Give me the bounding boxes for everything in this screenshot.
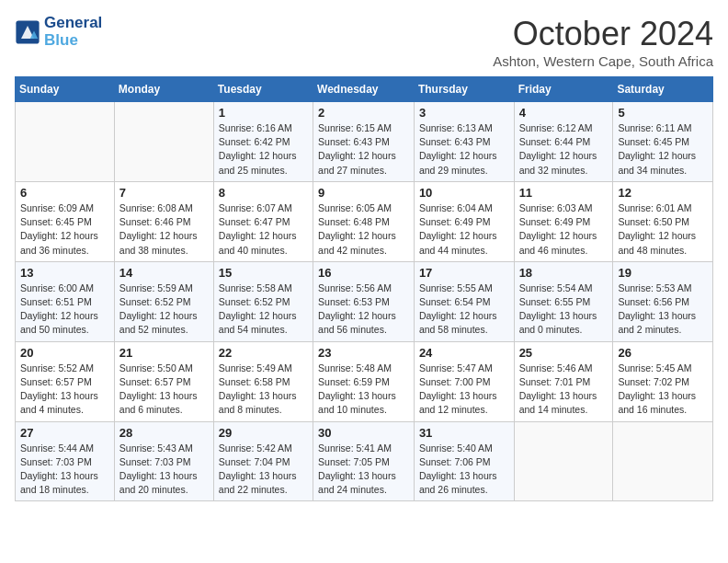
day-number: 9 [318, 186, 409, 200]
day-number: 1 [219, 106, 308, 120]
day-number: 29 [219, 426, 308, 440]
weekday-header-saturday: Saturday [613, 77, 713, 102]
day-number: 11 [519, 186, 609, 200]
cell-content: Sunrise: 6:01 AMSunset: 6:50 PMDaylight:… [618, 201, 708, 258]
calendar-cell [114, 102, 213, 182]
calendar-cell: 23Sunrise: 5:48 AMSunset: 6:59 PMDayligh… [313, 341, 415, 421]
logo-general: General [44, 15, 102, 32]
calendar-cell: 14Sunrise: 5:59 AMSunset: 6:52 PMDayligh… [114, 261, 213, 341]
cell-content: Sunrise: 5:46 AMSunset: 7:01 PMDaylight:… [519, 362, 609, 418]
cell-content: Sunrise: 5:52 AMSunset: 6:57 PMDaylight:… [20, 362, 109, 418]
cell-content: Sunrise: 5:58 AMSunset: 6:52 PMDaylight:… [219, 282, 308, 338]
calendar-week-row: 1Sunrise: 6:16 AMSunset: 6:42 PMDaylight… [16, 102, 713, 182]
day-number: 3 [419, 106, 509, 120]
calendar-week-row: 6Sunrise: 6:09 AMSunset: 6:45 PMDaylight… [16, 181, 713, 261]
calendar-cell: 30Sunrise: 5:41 AMSunset: 7:05 PMDayligh… [313, 421, 415, 501]
day-number: 20 [20, 346, 109, 360]
day-number: 4 [519, 106, 609, 120]
day-number: 18 [519, 266, 609, 280]
calendar-cell: 13Sunrise: 6:00 AMSunset: 6:51 PMDayligh… [16, 261, 115, 341]
calendar-cell: 4Sunrise: 6:12 AMSunset: 6:44 PMDaylight… [514, 102, 613, 182]
calendar-cell: 1Sunrise: 6:16 AMSunset: 6:42 PMDaylight… [213, 102, 313, 182]
calendar-cell: 17Sunrise: 5:55 AMSunset: 6:54 PMDayligh… [414, 261, 514, 341]
day-number: 17 [419, 266, 509, 280]
calendar-cell: 26Sunrise: 5:45 AMSunset: 7:02 PMDayligh… [613, 341, 713, 421]
cell-content: Sunrise: 5:45 AMSunset: 7:02 PMDaylight:… [618, 362, 708, 418]
cell-content: Sunrise: 5:55 AMSunset: 6:54 PMDaylight:… [419, 282, 509, 338]
day-number: 30 [318, 426, 409, 440]
calendar-cell: 22Sunrise: 5:49 AMSunset: 6:58 PMDayligh… [213, 341, 313, 421]
logo: General Blue [15, 15, 102, 49]
calendar-cell: 25Sunrise: 5:46 AMSunset: 7:01 PMDayligh… [514, 341, 613, 421]
day-number: 23 [318, 346, 409, 360]
month-title: October 2024 [493, 15, 713, 53]
weekday-header-wednesday: Wednesday [313, 77, 415, 102]
calendar-cell: 11Sunrise: 6:03 AMSunset: 6:49 PMDayligh… [514, 181, 613, 261]
logo-icon [15, 19, 40, 45]
day-number: 25 [519, 346, 609, 360]
calendar-cell [613, 421, 713, 501]
cell-content: Sunrise: 5:49 AMSunset: 6:58 PMDaylight:… [219, 362, 308, 418]
day-number: 7 [119, 186, 209, 200]
location-subtitle: Ashton, Western Cape, South Africa [493, 53, 713, 69]
cell-content: Sunrise: 6:09 AMSunset: 6:45 PMDaylight:… [20, 201, 109, 258]
cell-content: Sunrise: 5:56 AMSunset: 6:53 PMDaylight:… [318, 282, 409, 338]
day-number: 13 [20, 266, 109, 280]
cell-content: Sunrise: 5:50 AMSunset: 6:57 PMDaylight:… [119, 362, 209, 418]
day-number: 27 [20, 426, 109, 440]
calendar-cell: 29Sunrise: 5:42 AMSunset: 7:04 PMDayligh… [213, 421, 313, 501]
day-number: 24 [419, 346, 509, 360]
cell-content: Sunrise: 6:16 AMSunset: 6:42 PMDaylight:… [219, 121, 308, 178]
calendar-cell: 19Sunrise: 5:53 AMSunset: 6:56 PMDayligh… [613, 261, 713, 341]
calendar-cell: 2Sunrise: 6:15 AMSunset: 6:43 PMDaylight… [313, 102, 415, 182]
day-number: 14 [119, 266, 209, 280]
day-number: 21 [119, 346, 209, 360]
calendar-cell: 10Sunrise: 6:04 AMSunset: 6:49 PMDayligh… [414, 181, 514, 261]
cell-content: Sunrise: 5:41 AMSunset: 7:05 PMDaylight:… [318, 442, 409, 498]
cell-content: Sunrise: 5:47 AMSunset: 7:00 PMDaylight:… [419, 362, 509, 418]
calendar-cell: 18Sunrise: 5:54 AMSunset: 6:55 PMDayligh… [514, 261, 613, 341]
cell-content: Sunrise: 5:43 AMSunset: 7:03 PMDaylight:… [119, 442, 209, 498]
calendar-cell: 3Sunrise: 6:13 AMSunset: 6:43 PMDaylight… [414, 102, 514, 182]
calendar-cell: 28Sunrise: 5:43 AMSunset: 7:03 PMDayligh… [114, 421, 213, 501]
calendar-cell: 7Sunrise: 6:08 AMSunset: 6:46 PMDaylight… [114, 181, 213, 261]
cell-content: Sunrise: 6:00 AMSunset: 6:51 PMDaylight:… [20, 282, 109, 338]
calendar-cell: 21Sunrise: 5:50 AMSunset: 6:57 PMDayligh… [114, 341, 213, 421]
day-number: 19 [618, 266, 708, 280]
day-number: 16 [318, 266, 409, 280]
day-number: 15 [219, 266, 308, 280]
calendar-cell: 31Sunrise: 5:40 AMSunset: 7:06 PMDayligh… [414, 421, 514, 501]
day-number: 5 [618, 106, 708, 120]
calendar-cell: 5Sunrise: 6:11 AMSunset: 6:45 PMDaylight… [613, 102, 713, 182]
day-number: 2 [318, 106, 409, 120]
title-area: October 2024 Ashton, Western Cape, South… [493, 15, 713, 69]
calendar-cell: 16Sunrise: 5:56 AMSunset: 6:53 PMDayligh… [313, 261, 415, 341]
day-number: 31 [419, 426, 509, 440]
calendar-cell: 20Sunrise: 5:52 AMSunset: 6:57 PMDayligh… [16, 341, 115, 421]
day-number: 26 [618, 346, 708, 360]
cell-content: Sunrise: 5:42 AMSunset: 7:04 PMDaylight:… [219, 442, 308, 498]
calendar-cell: 12Sunrise: 6:01 AMSunset: 6:50 PMDayligh… [613, 181, 713, 261]
day-number: 28 [119, 426, 209, 440]
weekday-header-tuesday: Tuesday [213, 77, 313, 102]
cell-content: Sunrise: 6:12 AMSunset: 6:44 PMDaylight:… [519, 121, 609, 178]
cell-content: Sunrise: 5:48 AMSunset: 6:59 PMDaylight:… [318, 362, 409, 418]
weekday-header-friday: Friday [514, 77, 613, 102]
logo-blue: Blue [44, 32, 102, 50]
day-number: 12 [618, 186, 708, 200]
cell-content: Sunrise: 5:54 AMSunset: 6:55 PMDaylight:… [519, 282, 609, 338]
calendar-cell: 6Sunrise: 6:09 AMSunset: 6:45 PMDaylight… [16, 181, 115, 261]
cell-content: Sunrise: 6:05 AMSunset: 6:48 PMDaylight:… [318, 201, 409, 258]
calendar-cell: 24Sunrise: 5:47 AMSunset: 7:00 PMDayligh… [414, 341, 514, 421]
page-header: General Blue October 2024 Ashton, Wester… [15, 15, 713, 69]
day-number: 8 [219, 186, 308, 200]
calendar-header-row: SundayMondayTuesdayWednesdayThursdayFrid… [16, 77, 713, 102]
calendar-cell: 15Sunrise: 5:58 AMSunset: 6:52 PMDayligh… [213, 261, 313, 341]
calendar-cell: 8Sunrise: 6:07 AMSunset: 6:47 PMDaylight… [213, 181, 313, 261]
cell-content: Sunrise: 5:59 AMSunset: 6:52 PMDaylight:… [119, 282, 209, 338]
day-number: 6 [20, 186, 109, 200]
cell-content: Sunrise: 5:40 AMSunset: 7:06 PMDaylight:… [419, 442, 509, 498]
calendar-table: SundayMondayTuesdayWednesdayThursdayFrid… [15, 76, 713, 501]
cell-content: Sunrise: 5:44 AMSunset: 7:03 PMDaylight:… [20, 442, 109, 498]
cell-content: Sunrise: 5:53 AMSunset: 6:56 PMDaylight:… [618, 282, 708, 338]
